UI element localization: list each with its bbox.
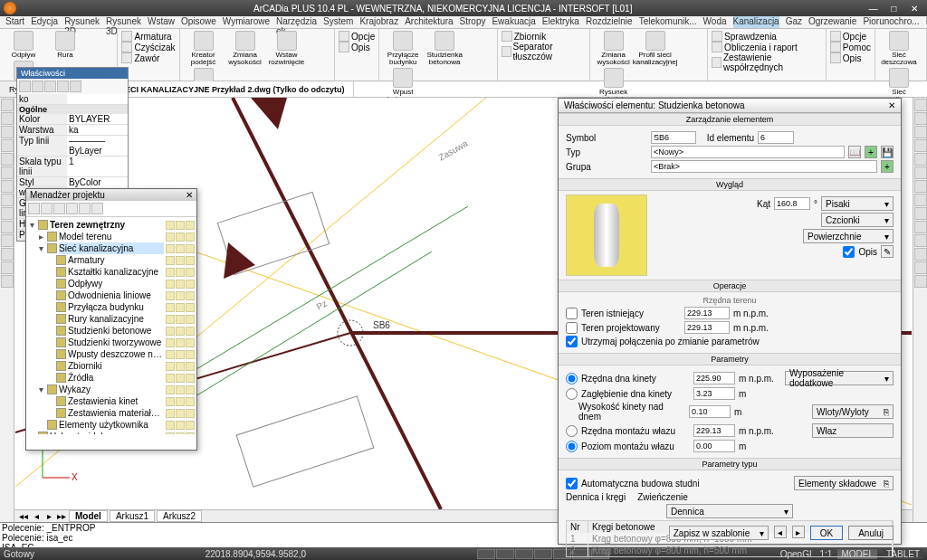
tree-item[interactable]: Zestawienia kinet [28, 395, 195, 407]
btn-opis-edit[interactable]: ✎ [881, 245, 894, 258]
lock-icon[interactable] [176, 280, 185, 289]
menu-wstaw[interactable]: Wstaw [148, 16, 175, 28]
rbtn-zawor[interactable]: Zawór [121, 52, 175, 63]
tool-icon[interactable] [914, 112, 927, 125]
lock-icon[interactable] [176, 256, 185, 265]
rbtn-wstaw-rozw[interactable]: Wstaw rozwinięcie [267, 31, 307, 66]
btn-wlaz[interactable]: Właz [812, 423, 894, 438]
expand-icon[interactable]: ▾ [37, 384, 45, 395]
rbtn-obliczenia[interactable]: Obliczenia i raport [712, 42, 822, 52]
lock-icon[interactable] [176, 221, 185, 230]
vis-icon[interactable] [166, 303, 175, 312]
tree-item[interactable]: ▾Wykazy [28, 384, 195, 395]
combo[interactable]: ko [17, 94, 67, 104]
lock-icon[interactable] [176, 350, 185, 359]
prop-val[interactable]: 1 [67, 157, 128, 176]
tool-icon[interactable] [914, 248, 927, 261]
layer-icon[interactable] [186, 268, 195, 277]
menu-rysunek2d[interactable]: Rysunek 2D [64, 16, 100, 28]
btn-nav-prev[interactable]: ◂ [774, 526, 787, 538]
inp-grupa[interactable] [651, 160, 877, 173]
pm-tool-icon[interactable] [28, 203, 40, 214]
inp-typ[interactable] [651, 146, 845, 158]
vis-icon[interactable] [166, 432, 175, 435]
rbtn-separator[interactable]: Separator tłuszczów [502, 42, 586, 62]
rbtn-opcje2[interactable]: Opcje [830, 31, 871, 42]
rbtn-opcje[interactable]: Opcje [339, 31, 375, 42]
inp-rzedna-wlaz[interactable] [693, 424, 735, 437]
menu-opisowe[interactable]: Opisowe [181, 16, 216, 28]
inp-teren-ist[interactable] [684, 307, 730, 319]
tree-item[interactable]: Źródła [28, 372, 195, 384]
tree-item[interactable]: Rury kanalizacyjne [28, 313, 195, 325]
vis-icon[interactable] [166, 244, 175, 253]
inp-poziom-wlaz[interactable] [693, 440, 735, 452]
sheet-model[interactable]: Model [69, 510, 108, 522]
status-toggle[interactable] [496, 549, 514, 559]
rbtn-przylacze[interactable]: Przyłącze budynku [383, 31, 423, 66]
close-button[interactable]: ✕ [905, 4, 923, 14]
lock-icon[interactable] [176, 421, 185, 430]
rbtn-zmiana-wys[interactable]: Zmiana wysokości [225, 31, 265, 66]
tool-icon[interactable] [914, 194, 927, 206]
btn-powierzchnie[interactable]: Powierzchnie▾ [803, 229, 894, 243]
btn-wyposazenie[interactable]: Wyposażenie dodatkowe▾ [785, 371, 894, 385]
rbtn-rura[interactable]: Rura [45, 31, 85, 59]
vis-icon[interactable] [166, 374, 175, 383]
menu-stropy[interactable]: Stropy [460, 16, 486, 28]
sheet-ark1[interactable]: Arkusz1 [110, 510, 155, 522]
btn-wloty[interactable]: Wloty/Wyloty⎘ [812, 404, 894, 419]
tree-item[interactable]: Wpusty deszczowe na stu... [28, 348, 195, 360]
lock-icon[interactable] [176, 244, 185, 253]
nav-prev[interactable]: ◂ [31, 511, 42, 521]
btn-elem-skl[interactable]: Elementy składowe⎘ [794, 476, 894, 490]
layer-icon[interactable] [186, 397, 195, 406]
btn-cancel[interactable]: Anuluj [848, 526, 894, 540]
tool-icon[interactable] [1, 207, 14, 220]
menu-piorun[interactable]: Piorunochro... [863, 16, 919, 28]
inp-id[interactable] [758, 131, 794, 144]
lock-icon[interactable] [176, 397, 185, 406]
pm-tool-icon[interactable] [79, 203, 91, 214]
menu-narzedzia[interactable]: Narzędzia ek... [276, 16, 317, 28]
tool-icon[interactable] [1, 248, 14, 261]
vis-icon[interactable] [166, 362, 175, 371]
vis-icon[interactable] [166, 268, 175, 277]
inp-zaglebienie[interactable] [693, 387, 735, 400]
rbtn-siec-deszcz[interactable]: Sieć deszczowa [879, 31, 919, 66]
tool-icon[interactable] [1, 139, 14, 152]
rbtn-sprawdzenia[interactable]: Sprawdzenia [712, 31, 822, 42]
layer-icon[interactable] [186, 432, 195, 435]
layer-icon[interactable] [186, 233, 195, 242]
tree-item[interactable]: ▸Model terenu [28, 231, 195, 242]
tree-item[interactable]: Zbiorniki [28, 360, 195, 372]
rbtn-kreator[interactable]: Kreator podejść [184, 31, 224, 66]
rbtn-pomoc[interactable]: Pomoc [830, 42, 871, 52]
lock-icon[interactable] [176, 362, 185, 371]
inp-wysokosc[interactable] [689, 405, 731, 418]
tree-item[interactable]: Kształtki kanalizacyjne [28, 266, 195, 278]
lock-icon[interactable] [176, 268, 185, 277]
layer-icon[interactable] [186, 280, 195, 289]
chk-auto-budowa[interactable] [566, 478, 578, 489]
pm-tool-icon[interactable] [91, 203, 103, 214]
pm-close-icon[interactable]: ✕ [186, 190, 193, 200]
inp-teren-proj[interactable] [684, 321, 730, 334]
layer-icon[interactable] [186, 221, 195, 230]
rbtn-profil-sieci[interactable]: Profil sieci kanalizacyjnej [636, 31, 675, 66]
tool-icon[interactable] [914, 153, 927, 166]
lock-icon[interactable] [176, 385, 185, 394]
layer-icon[interactable] [186, 327, 195, 336]
prop-val[interactable]: ka [67, 125, 128, 135]
tool-icon[interactable] [1, 234, 14, 247]
btn-typ-save[interactable]: 💾 [881, 146, 894, 158]
layer-icon[interactable] [186, 256, 195, 265]
pm-tool-icon[interactable] [66, 203, 78, 214]
menu-kanalizacja[interactable]: Kanalizacja [733, 16, 779, 28]
tool-icon[interactable] [914, 126, 927, 138]
lock-icon[interactable] [176, 432, 185, 435]
rbtn-armatura[interactable]: Armatura [121, 31, 175, 42]
menu-rysunek3d[interactable]: Rysunek 3D [106, 16, 141, 28]
toggle-icon[interactable] [70, 81, 81, 92]
tool-icon[interactable] [1, 153, 14, 166]
